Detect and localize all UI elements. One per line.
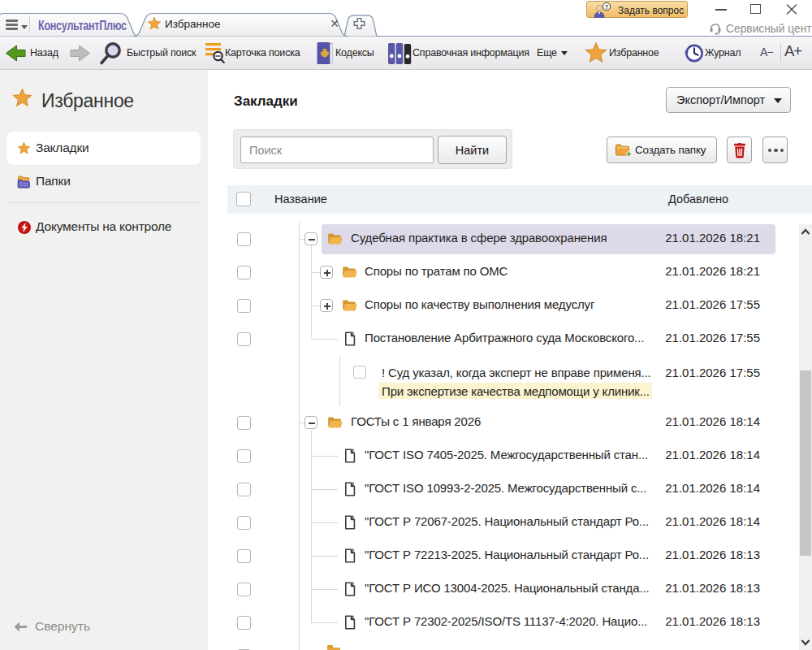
window-maximize-button[interactable]	[750, 4, 761, 14]
row-title: Постановление Арбитражного суда Московск…	[365, 331, 644, 344]
create-folder-button[interactable]: Создать папку	[607, 136, 717, 163]
documents-on-control-icon	[17, 220, 32, 235]
row-title: "ГОСТ Р 72302-2025/ISO/TS 11137-4:2020. …	[365, 614, 647, 628]
row-title: "ГОСТ Р 72213-2025. Национальный стандар…	[365, 548, 649, 561]
reference-info-button[interactable]: Справочная информация	[412, 47, 529, 58]
row-checkbox[interactable]	[237, 332, 251, 346]
card-search-icon[interactable]	[205, 42, 225, 64]
table-row[interactable]: "ГОСТ ISO 7405-2025. Межгосударственный …	[208, 440, 812, 473]
tree-expander-plus-icon[interactable]	[320, 266, 333, 279]
sidebar-item-bookmarks[interactable]: Закладки	[6, 132, 201, 165]
sidebar-item-documents-on-control[interactable]: Документы на контроле	[6, 210, 201, 244]
document-icon	[344, 615, 356, 630]
codes-button[interactable]: Кодексы	[335, 47, 374, 58]
document-icon	[344, 548, 356, 563]
folder-icon	[342, 299, 358, 312]
row-checkbox[interactable]	[237, 483, 251, 496]
tree-line	[311, 589, 338, 590]
row-checkbox[interactable]	[237, 549, 251, 563]
row-checkbox[interactable]	[237, 516, 251, 530]
table-row[interactable]: "ГОСТ ISO 10993-2-2025. Межгосударственн…	[208, 473, 812, 506]
table-row[interactable]: "ГОСТ Р 72302-2025/ISO/TS 11137-4:2020. …	[208, 606, 812, 639]
journal-icon[interactable]	[683, 42, 705, 64]
table-row[interactable]	[208, 639, 812, 650]
back-button[interactable]: Назад	[30, 47, 58, 58]
folder-icon	[342, 266, 358, 279]
window-close-button[interactable]	[785, 3, 798, 15]
folders-icon	[17, 175, 31, 188]
tab-favorites[interactable]: Избранное	[165, 18, 220, 30]
find-button[interactable]: Найти	[438, 136, 507, 164]
table-row[interactable]: "ГОСТ Р ИСО 13004-2025. Национальный ста…	[208, 573, 812, 606]
row-checkbox[interactable]	[237, 449, 251, 463]
delete-button[interactable]	[727, 136, 752, 163]
journal-button[interactable]: Журнал	[705, 47, 741, 58]
svg-text:?: ?	[605, 3, 609, 11]
reference-info-icon[interactable]	[387, 41, 412, 65]
toolbar: Назад Быстрый поиск Карточка поиска Коде…	[0, 37, 812, 70]
row-checkbox[interactable]	[237, 616, 251, 630]
row-date: 21.01.2026 18:14	[663, 481, 760, 495]
export-import-button[interactable]: Экспорт/Импорт	[666, 87, 791, 113]
vertical-scrollbar[interactable]	[799, 224, 812, 650]
scroll-up-icon[interactable]	[799, 226, 812, 239]
row-date: 21.01.2026 18:13	[663, 614, 760, 628]
row-date: 21.01.2026 18:13	[663, 548, 760, 561]
table-row[interactable]: Споры по качеству выполнения медуслуг21.…	[208, 289, 812, 323]
tree-line	[299, 422, 304, 423]
menu-button[interactable]	[3, 19, 28, 35]
bookmark-checkbox[interactable]	[353, 366, 366, 379]
menu-caret-icon	[21, 25, 28, 29]
tree-expander-plus-icon[interactable]	[320, 299, 333, 312]
tree-line	[311, 556, 338, 557]
main-panel: Закладки Экспорт/Импорт Найти Создать па…	[208, 70, 812, 650]
table-row[interactable]: При экспертизе качества медпомощи у клин…	[208, 356, 812, 406]
card-search-button[interactable]: Карточка поиска	[225, 47, 300, 58]
row-checkbox[interactable]	[237, 232, 251, 246]
row-checkbox[interactable]	[237, 299, 251, 313]
favorites-star-icon[interactable]	[585, 41, 607, 64]
window-minimize-button[interactable]	[715, 9, 727, 11]
export-import-label: Экспорт/Импорт	[676, 93, 765, 106]
search-input[interactable]	[240, 136, 434, 163]
brand-logo[interactable]: КонсультантПлюс	[38, 19, 127, 33]
font-decrease-button[interactable]: A−	[760, 46, 773, 58]
ask-question-label: Задать вопрос	[618, 5, 684, 16]
tree-expander-minus-icon[interactable]	[304, 232, 317, 245]
codes-icon[interactable]	[316, 41, 334, 65]
row-checkbox[interactable]	[237, 583, 251, 596]
row-icon	[342, 299, 358, 315]
row-date: 21.01.2026 18:13	[663, 581, 760, 595]
row-checkbox[interactable]	[237, 266, 251, 280]
font-increase-button[interactable]: A+	[784, 42, 801, 60]
tree-line	[311, 306, 320, 306]
ask-question-button[interactable]: ? Задать вопрос	[586, 1, 688, 18]
quick-search-button[interactable]: Быстрый поиск	[127, 47, 196, 58]
table-row[interactable]: "ГОСТ Р 72067-2025. Национальный стандар…	[208, 506, 812, 540]
more-actions-button[interactable]	[762, 136, 788, 163]
tab-close-icon[interactable]: ✕	[328, 17, 341, 30]
table-row[interactable]: Споры по тратам по ОМС21.01.2026 18:21	[208, 256, 812, 289]
more-button[interactable]: Еще	[537, 47, 557, 58]
forward-icon[interactable]	[69, 44, 91, 63]
table-row[interactable]: ГОСТы с 1 января 202621.01.2026 18:14	[208, 406, 812, 440]
row-checkbox[interactable]	[237, 416, 251, 430]
service-center-link[interactable]: Сервисный центр	[708, 21, 812, 35]
select-all-checkbox[interactable]	[236, 192, 251, 206]
export-caret-icon	[774, 98, 782, 103]
quick-search-icon[interactable]	[98, 41, 124, 66]
table-row[interactable]: Постановление Арбитражного суда Московск…	[208, 323, 812, 356]
row-title: Споры по тратам по ОМС	[365, 264, 508, 278]
table-row[interactable]: Судебная практика в сфере здравоохранени…	[208, 223, 812, 256]
table-row[interactable]: "ГОСТ Р 72213-2025. Национальный стандар…	[208, 540, 812, 573]
favorites-button[interactable]: Избранное	[609, 47, 659, 58]
sidebar-item-folders[interactable]: Папки	[6, 165, 201, 198]
sidebar-item-label: Документы на контроле	[36, 219, 171, 234]
scrollbar-thumb[interactable]	[800, 370, 811, 556]
back-icon[interactable]	[5, 44, 27, 63]
row-icon	[344, 582, 356, 600]
scroll-down-icon[interactable]	[799, 635, 812, 648]
tree-expander-minus-icon[interactable]	[304, 416, 317, 429]
tree-line	[299, 239, 304, 240]
collapse-label: Свернуть	[35, 619, 90, 634]
